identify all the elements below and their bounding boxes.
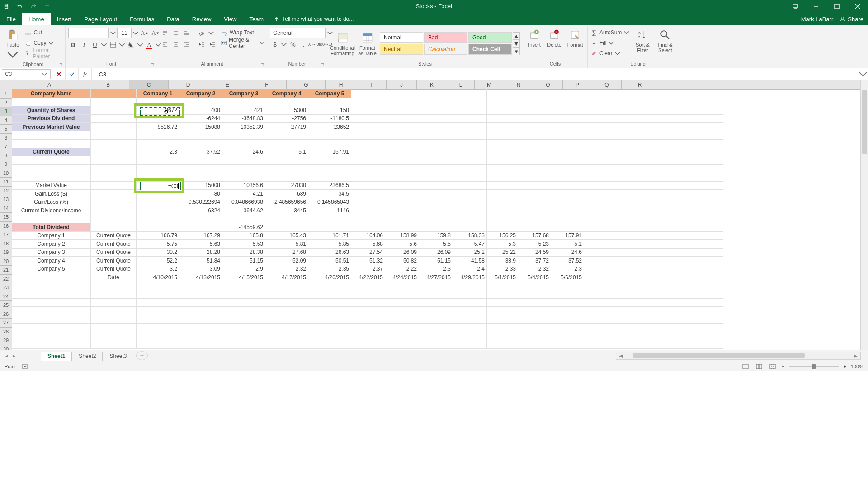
cell[interactable]	[683, 223, 723, 232]
cell[interactable]	[487, 206, 518, 215]
cell[interactable]	[453, 140, 487, 148]
cell[interactable]	[453, 106, 487, 115]
percent-icon[interactable]: %	[288, 39, 298, 49]
cell[interactable]	[683, 273, 723, 282]
cell[interactable]	[683, 282, 723, 291]
cell[interactable]	[683, 140, 723, 148]
italic-icon[interactable]: I	[79, 40, 89, 50]
cell[interactable]	[650, 315, 683, 324]
cell[interactable]	[683, 315, 723, 324]
cell[interactable]	[551, 290, 584, 299]
cell[interactable]: -6324	[179, 206, 222, 215]
cell[interactable]	[650, 190, 683, 198]
cell[interactable]	[584, 140, 617, 148]
cell[interactable]: 157.91	[308, 148, 351, 157]
cell[interactable]	[91, 106, 137, 115]
cell[interactable]	[91, 98, 137, 107]
cell[interactable]: Previous Dividend	[12, 115, 91, 123]
cell[interactable]	[453, 332, 487, 341]
tab-view[interactable]: View	[217, 13, 243, 25]
cell[interactable]	[265, 299, 308, 307]
cell[interactable]	[385, 282, 419, 291]
cell[interactable]: Market Value	[12, 182, 91, 190]
cell[interactable]	[351, 131, 385, 140]
cell[interactable]	[453, 215, 487, 224]
tab-insert[interactable]: Insert	[51, 13, 78, 25]
cell[interactable]	[650, 123, 683, 131]
comma-icon[interactable]: ,	[299, 39, 309, 49]
sheet-nav-arrows[interactable]: ◄►	[0, 353, 41, 358]
cell[interactable]	[650, 240, 683, 249]
cell[interactable]: 5/6/2015	[551, 273, 584, 282]
cell[interactable]	[179, 340, 222, 349]
cell[interactable]	[617, 148, 650, 157]
row-header-6[interactable]: 6	[0, 134, 12, 143]
cell[interactable]	[487, 156, 518, 165]
cell[interactable]: Total Dividend	[12, 223, 91, 232]
cell[interactable]	[385, 190, 419, 198]
cell[interactable]	[683, 265, 723, 274]
cell[interactable]	[584, 332, 617, 341]
cell[interactable]	[419, 215, 453, 224]
style-normal[interactable]: Normal	[380, 32, 423, 43]
cell[interactable]	[91, 140, 137, 148]
cell[interactable]	[487, 123, 518, 131]
cell[interactable]	[584, 131, 617, 140]
cell[interactable]	[453, 115, 487, 123]
cell[interactable]	[584, 198, 617, 207]
cell[interactable]: 2.32	[265, 265, 308, 274]
cell[interactable]: 157.68	[518, 232, 551, 240]
cell[interactable]: 158.99	[385, 232, 419, 240]
row-header-27[interactable]: 27	[0, 319, 12, 328]
cell[interactable]: Current Quote	[91, 249, 137, 257]
cell[interactable]	[453, 299, 487, 307]
cell[interactable]	[487, 198, 518, 207]
cell[interactable]	[650, 249, 683, 257]
style-bad[interactable]: Bad	[424, 32, 467, 43]
cell[interactable]	[91, 282, 137, 291]
cell[interactable]	[91, 198, 137, 207]
cell[interactable]: 25.2	[453, 249, 487, 257]
row-header-20[interactable]: 20	[0, 257, 12, 266]
cell[interactable]	[385, 223, 419, 232]
cell[interactable]	[584, 89, 617, 98]
cell[interactable]	[617, 324, 650, 332]
sort-filter-button[interactable]: AZ Sort & Filter	[632, 27, 652, 53]
cell[interactable]: 5.81	[265, 240, 308, 249]
cell[interactable]	[351, 307, 385, 315]
cell[interactable]: Current Quote	[91, 240, 137, 249]
tab-formulas[interactable]: Formulas	[123, 13, 160, 25]
cell[interactable]	[419, 123, 453, 131]
cell[interactable]	[617, 215, 650, 224]
cell[interactable]: Current Quote	[12, 148, 91, 157]
cell[interactable]	[518, 131, 551, 140]
column-header-B[interactable]: B	[87, 80, 129, 89]
cell[interactable]	[584, 156, 617, 165]
cell[interactable]	[385, 89, 419, 98]
cell[interactable]	[137, 324, 179, 332]
cell[interactable]: Company 3	[12, 249, 91, 257]
cell[interactable]: 5.75	[137, 240, 179, 249]
cell[interactable]	[487, 98, 518, 107]
cell[interactable]: 24.59	[518, 249, 551, 257]
cell[interactable]	[222, 173, 265, 182]
cell[interactable]	[351, 182, 385, 190]
cell[interactable]	[351, 206, 385, 215]
cell[interactable]: 165.8	[222, 232, 265, 240]
cell[interactable]: 27.68	[265, 249, 308, 257]
bold-icon[interactable]: B	[68, 40, 78, 50]
cell[interactable]	[487, 106, 518, 115]
cell[interactable]: 15008	[179, 182, 222, 190]
cell[interactable]	[179, 215, 222, 224]
cell[interactable]	[617, 131, 650, 140]
cell[interactable]	[265, 290, 308, 299]
row-header-19[interactable]: 19	[0, 248, 12, 257]
row-header-26[interactable]: 26	[0, 310, 12, 319]
cell[interactable]	[617, 198, 650, 207]
cell[interactable]	[617, 282, 650, 291]
account-user[interactable]: Mark LaBarr	[801, 16, 834, 23]
cell[interactable]	[351, 123, 385, 131]
cell[interactable]: Gain/Loss (%)	[12, 198, 91, 207]
cell[interactable]	[518, 173, 551, 182]
cell[interactable]	[518, 140, 551, 148]
